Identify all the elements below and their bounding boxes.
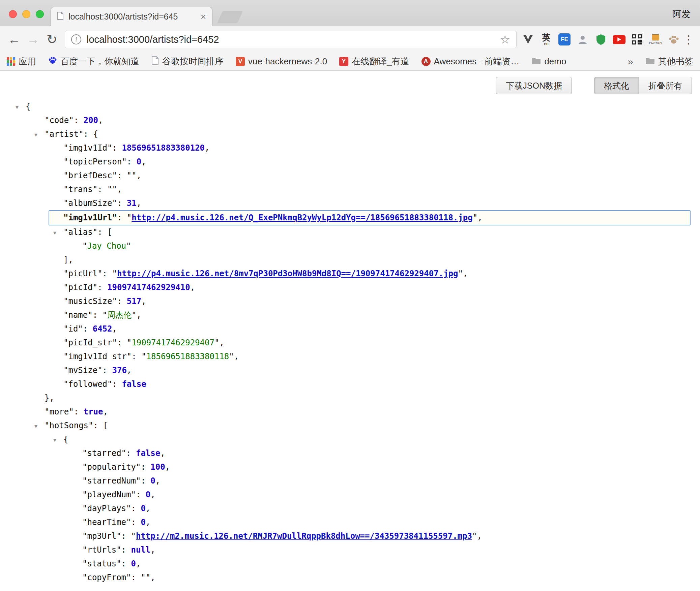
folder-icon <box>645 56 655 67</box>
tab-close-icon[interactable]: × <box>201 12 206 22</box>
bookmark-label: 谷歌按时间排序 <box>162 56 224 67</box>
bookmark-label: 百度一下，你就知道 <box>60 56 139 67</box>
json-line: "picId": 19097417462929410, <box>0 281 700 294</box>
other-bookmarks-label: 其他书签 <box>658 56 693 67</box>
document-icon <box>151 56 159 67</box>
json-url-link[interactable]: http://p4.music.126.net/8mv7qP30Pd3oHW8b… <box>117 269 458 278</box>
collapse-expander-icon[interactable]: ▼ <box>34 128 37 142</box>
json-line: "img1v1Id": 18569651883380120, <box>0 141 700 155</box>
new-tab-button[interactable] <box>217 11 243 23</box>
json-line: "albumSize": 31, <box>0 196 700 210</box>
bookmark-item-demo[interactable]: demo <box>531 56 566 67</box>
collapse-expander-icon[interactable]: ▼ <box>16 100 19 114</box>
json-line: "mp3Url": "http://m2.music.126.net/RMJR7… <box>0 529 700 543</box>
bookmark-label: Awesomes - 前端资… <box>434 56 520 67</box>
maximize-window-button[interactable] <box>36 10 44 18</box>
browser-tab[interactable]: localhost:3000/artists?id=645 × <box>51 7 212 26</box>
reload-button[interactable]: ↻ <box>42 30 61 49</box>
minimize-window-button[interactable] <box>22 10 30 18</box>
bookmark-label: vue-hackernews-2.0 <box>248 56 327 67</box>
bookmarks-overflow-chevron[interactable]: » <box>628 56 633 67</box>
json-line: "popularity": 100, <box>0 460 700 474</box>
json-line: "img1v1Url": "http://p4.music.126.net/Q_… <box>49 210 691 225</box>
player-extension-icon[interactable]: PLAYER <box>647 31 664 48</box>
json-line: ▼{ <box>0 433 700 446</box>
json-line: "code": 200, <box>0 114 700 127</box>
collapse-expander-icon[interactable]: ▼ <box>53 226 56 240</box>
json-line: "picUrl": "http://p4.music.126.net/8mv7q… <box>0 267 700 281</box>
json-line: "Jay Chou" <box>0 239 700 253</box>
tab-strip: localhost:3000/artists?id=645 × 阿发 <box>0 0 700 26</box>
translate-extension-icon[interactable]: 英 en <box>538 31 554 48</box>
json-line: "starred": false, <box>0 446 700 460</box>
profile-name[interactable]: 阿发 <box>672 8 691 20</box>
bookmark-item-baidu[interactable]: 百度一下，你就知道 <box>48 56 139 67</box>
youtube-extension-icon[interactable] <box>611 31 627 48</box>
json-line: "name": "周杰伦", <box>0 308 700 322</box>
youdao-icon: Y <box>339 57 348 66</box>
json-line: ▼"hotSongs": [ <box>0 419 700 433</box>
apps-grid-icon <box>7 57 15 66</box>
page-favicon-icon <box>57 12 64 22</box>
view-mode-segmented-control: 格式化 折叠所有 <box>594 77 692 94</box>
json-line: "picId_str": "19097417462929407", <box>0 336 700 350</box>
paw-extension-icon[interactable] <box>666 31 682 48</box>
json-line: "copyFrom": "", <box>0 571 700 585</box>
qr-code-extension-icon[interactable] <box>629 31 645 48</box>
collapse-all-button[interactable]: 折叠所有 <box>639 77 692 94</box>
download-json-button[interactable]: 下载JSON数据 <box>496 77 572 94</box>
json-line: ▼{ <box>0 100 700 114</box>
json-line: "starredNum": 0, <box>0 474 700 488</box>
json-line: "playedNum": 0, <box>0 488 700 502</box>
shield-extension-icon[interactable] <box>593 31 609 48</box>
json-line: "briefDesc": "", <box>0 169 700 183</box>
bookmark-star-icon[interactable]: ☆ <box>500 33 510 46</box>
bookmark-label: demo <box>544 56 566 67</box>
json-line: }, <box>0 391 700 405</box>
other-bookmarks-folder[interactable]: 其他书签 <box>645 56 693 67</box>
json-line: "dayPlays": 0, <box>0 502 700 516</box>
profile-extension-icon[interactable] <box>575 31 591 48</box>
vue-icon: V <box>236 57 245 66</box>
close-window-button[interactable] <box>9 10 17 18</box>
bookmark-label: 应用 <box>19 56 36 67</box>
json-page-toolbar: 下载JSON数据 格式化 折叠所有 <box>0 71 700 94</box>
dark-v-extension-icon[interactable] <box>520 31 536 48</box>
json-line: "trans": "", <box>0 183 700 196</box>
json-line: ▼"alias": [ <box>0 225 700 239</box>
browser-toolbar: ← → ↻ i localhost:3000/artists?id=6452 ☆… <box>0 26 700 53</box>
bookmark-label: 在线翻译_有道 <box>352 56 409 67</box>
json-line: "more": true, <box>0 405 700 419</box>
collapse-expander-icon[interactable]: ▼ <box>53 433 56 447</box>
extension-area: 英 en FE PLAYER <box>520 31 682 48</box>
awesomes-icon: A <box>421 57 431 66</box>
bookmark-item-awesomes[interactable]: A Awesomes - 前端资… <box>421 56 520 67</box>
forward-button[interactable]: → <box>24 30 42 49</box>
json-line: "id": 6452, <box>0 322 700 336</box>
format-button[interactable]: 格式化 <box>594 77 639 94</box>
page-info-icon[interactable]: i <box>71 34 81 44</box>
json-url-link[interactable]: http://p4.music.126.net/Q_ExePNkmqB2yWyL… <box>132 213 472 222</box>
fe-extension-icon[interactable]: FE <box>556 31 573 48</box>
bookmark-item-vue-hackernews[interactable]: V vue-hackernews-2.0 <box>236 56 327 67</box>
browser-menu-icon[interactable]: ⋮ <box>682 33 695 46</box>
json-line: ▼"artist": { <box>0 127 700 141</box>
json-line: "rtUrls": null, <box>0 543 700 557</box>
bookmark-item-google-sort[interactable]: 谷歌按时间排序 <box>151 56 224 67</box>
json-url-link[interactable]: http://m2.music.126.net/RMJR7wDullRqppBk… <box>136 531 472 541</box>
bookmark-item-youdao[interactable]: Y 在线翻译_有道 <box>339 56 409 67</box>
json-line: "topicPerson": 0, <box>0 155 700 169</box>
bookmarks-bar: 应用 百度一下，你就知道 谷歌按时间排序 V vue-hackernews-2.… <box>0 53 700 71</box>
folder-icon <box>531 56 541 67</box>
collapse-expander-icon[interactable]: ▼ <box>34 419 37 433</box>
json-line: "mvSize": 376, <box>0 364 700 377</box>
json-line: "status": 0, <box>0 557 700 571</box>
url-text[interactable]: localhost:3000/artists?id=6452 <box>87 34 495 45</box>
bookmark-item-apps[interactable]: 应用 <box>7 56 36 67</box>
json-line: ], <box>0 253 700 267</box>
back-button[interactable]: ← <box>5 30 24 49</box>
page-content: 下载JSON数据 格式化 折叠所有 ▼{"code": 200,▼"artist… <box>0 71 700 591</box>
tab-title: localhost:3000/artists?id=645 <box>68 12 196 22</box>
address-bar[interactable]: i localhost:3000/artists?id=6452 ☆ <box>65 31 517 48</box>
json-line: "hearTime": 0, <box>0 516 700 529</box>
